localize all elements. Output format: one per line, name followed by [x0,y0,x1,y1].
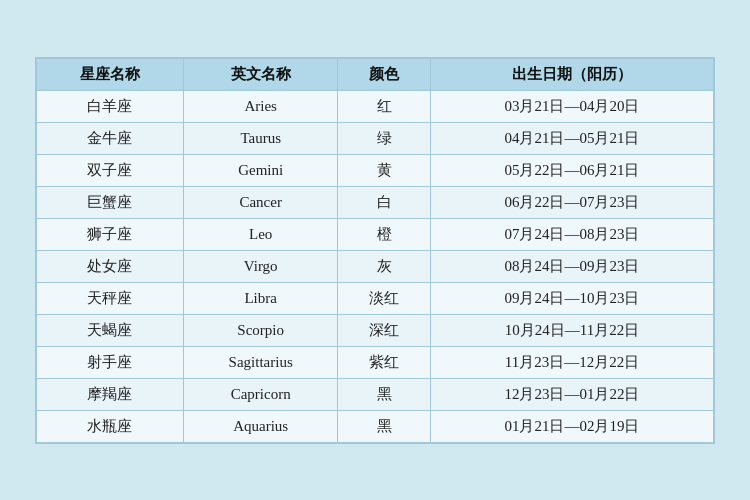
cell-row4-col1: Leo [183,218,338,250]
table-row: 摩羯座Capricorn黑12月23日—01月22日 [37,378,714,410]
cell-row3-col3: 06月22日—07月23日 [430,186,713,218]
cell-row4-col2: 橙 [338,218,431,250]
cell-row5-col2: 灰 [338,250,431,282]
cell-row8-col0: 射手座 [37,346,184,378]
cell-row0-col2: 红 [338,90,431,122]
cell-row9-col2: 黑 [338,378,431,410]
zodiac-table-container: 星座名称 英文名称 颜色 出生日期（阳历） 白羊座Aries红03月21日—04… [35,57,715,444]
cell-row1-col1: Taurus [183,122,338,154]
table-row: 狮子座Leo橙07月24日—08月23日 [37,218,714,250]
cell-row3-col0: 巨蟹座 [37,186,184,218]
table-row: 天蝎座Scorpio深红10月24日—11月22日 [37,314,714,346]
table-row: 白羊座Aries红03月21日—04月20日 [37,90,714,122]
cell-row10-col1: Aquarius [183,410,338,442]
cell-row6-col3: 09月24日—10月23日 [430,282,713,314]
cell-row2-col2: 黄 [338,154,431,186]
table-header-row: 星座名称 英文名称 颜色 出生日期（阳历） [37,58,714,90]
cell-row3-col2: 白 [338,186,431,218]
cell-row4-col0: 狮子座 [37,218,184,250]
cell-row7-col3: 10月24日—11月22日 [430,314,713,346]
cell-row1-col3: 04月21日—05月21日 [430,122,713,154]
cell-row5-col3: 08月24日—09月23日 [430,250,713,282]
table-row: 水瓶座Aquarius黑01月21日—02月19日 [37,410,714,442]
header-color: 颜色 [338,58,431,90]
cell-row2-col3: 05月22日—06月21日 [430,154,713,186]
cell-row1-col2: 绿 [338,122,431,154]
cell-row8-col1: Sagittarius [183,346,338,378]
cell-row4-col3: 07月24日—08月23日 [430,218,713,250]
cell-row1-col0: 金牛座 [37,122,184,154]
cell-row10-col2: 黑 [338,410,431,442]
cell-row0-col1: Aries [183,90,338,122]
cell-row7-col0: 天蝎座 [37,314,184,346]
cell-row6-col1: Libra [183,282,338,314]
table-row: 射手座Sagittarius紫红11月23日—12月22日 [37,346,714,378]
cell-row5-col1: Virgo [183,250,338,282]
cell-row9-col0: 摩羯座 [37,378,184,410]
header-chinese: 星座名称 [37,58,184,90]
cell-row5-col0: 处女座 [37,250,184,282]
cell-row0-col3: 03月21日—04月20日 [430,90,713,122]
table-row: 处女座Virgo灰08月24日—09月23日 [37,250,714,282]
cell-row8-col3: 11月23日—12月22日 [430,346,713,378]
cell-row8-col2: 紫红 [338,346,431,378]
cell-row9-col3: 12月23日—01月22日 [430,378,713,410]
table-row: 金牛座Taurus绿04月21日—05月21日 [37,122,714,154]
cell-row6-col2: 淡红 [338,282,431,314]
table-row: 天秤座Libra淡红09月24日—10月23日 [37,282,714,314]
zodiac-table: 星座名称 英文名称 颜色 出生日期（阳历） 白羊座Aries红03月21日—04… [36,58,714,443]
cell-row3-col1: Cancer [183,186,338,218]
cell-row6-col0: 天秤座 [37,282,184,314]
table-row: 巨蟹座Cancer白06月22日—07月23日 [37,186,714,218]
cell-row2-col0: 双子座 [37,154,184,186]
header-date: 出生日期（阳历） [430,58,713,90]
cell-row10-col0: 水瓶座 [37,410,184,442]
cell-row0-col0: 白羊座 [37,90,184,122]
cell-row7-col2: 深红 [338,314,431,346]
table-body: 白羊座Aries红03月21日—04月20日金牛座Taurus绿04月21日—0… [37,90,714,442]
cell-row10-col3: 01月21日—02月19日 [430,410,713,442]
table-row: 双子座Gemini黄05月22日—06月21日 [37,154,714,186]
cell-row7-col1: Scorpio [183,314,338,346]
header-english: 英文名称 [183,58,338,90]
cell-row2-col1: Gemini [183,154,338,186]
cell-row9-col1: Capricorn [183,378,338,410]
